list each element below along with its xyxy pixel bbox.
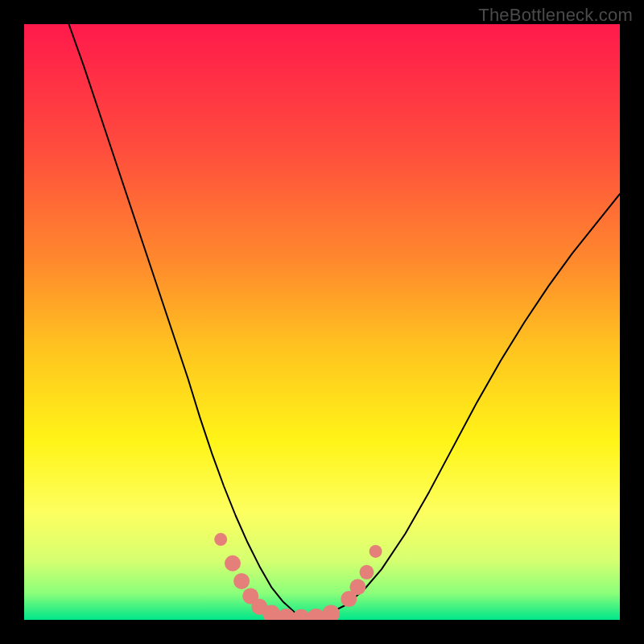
marker-dot xyxy=(225,555,241,572)
marker-dot xyxy=(360,565,374,580)
marker-dot xyxy=(369,545,382,558)
watermark-text: TheBottleneck.com xyxy=(478,5,633,26)
marker-dot xyxy=(349,579,365,595)
marker-dot xyxy=(214,533,227,546)
marker-dot xyxy=(233,573,250,589)
chart-svg xyxy=(24,24,620,620)
plot-area xyxy=(24,24,620,620)
chart-frame: TheBottleneck.com xyxy=(0,0,644,644)
gradient-background xyxy=(24,24,620,620)
